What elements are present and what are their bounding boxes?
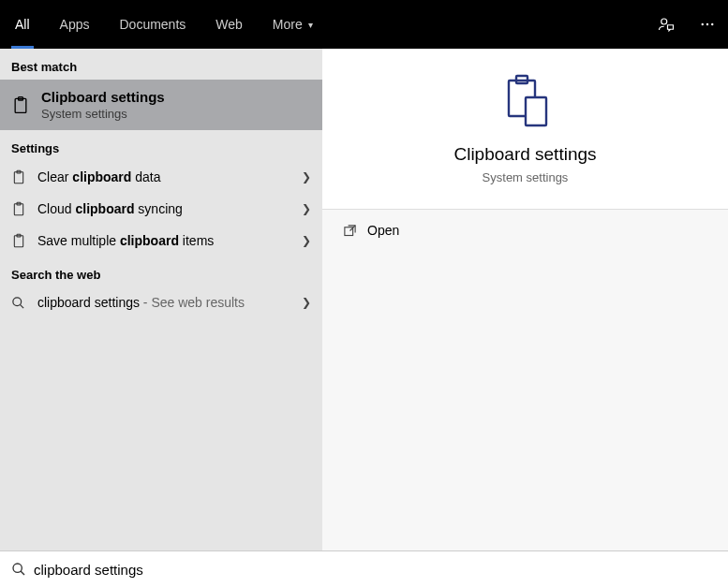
open-action[interactable]: Open [322,210,728,251]
search-topbar: All Apps Documents Web More ▾ [0,0,728,49]
open-icon [343,224,367,238]
section-settings: Settings [0,130,322,161]
svg-line-19 [21,571,24,575]
chevron-right-icon: ❯ [302,170,311,183]
chevron-right-icon: ❯ [302,202,311,215]
results-list: Best match Clipboard settings System set… [0,49,322,550]
tab-documents[interactable]: Documents [104,0,201,49]
clipboard-icon [11,169,26,185]
tab-apps[interactable]: Apps [45,0,105,49]
tab-label: Web [215,17,243,32]
tab-label: Documents [119,17,186,32]
more-options-icon[interactable] [687,0,728,49]
svg-line-13 [20,304,23,308]
search-body: Best match Clipboard settings System set… [0,49,728,550]
preview-pane: Clipboard settings System settings Open [322,49,728,550]
result-best-match[interactable]: Clipboard settings System settings [0,80,322,130]
chevron-down-icon: ▾ [308,20,313,30]
svg-point-1 [702,23,704,25]
result-settings-item[interactable]: Save multiple clipboard items ❯ [0,225,322,257]
result-settings-item[interactable]: Clear clipboard data ❯ [0,161,322,193]
clipboard-icon [11,200,26,217]
tab-label: More [273,17,303,32]
chevron-right-icon: ❯ [302,234,311,247]
tab-more[interactable]: More ▾ [258,0,328,49]
svg-point-3 [711,23,713,25]
result-label: Save multiple clipboard items [37,233,302,248]
search-icon [11,562,34,577]
section-best-match: Best match [0,49,322,80]
result-label: Clear clipboard data [37,169,302,184]
result-label: clipboard settings - See web results [37,295,302,310]
preview-header: Clipboard settings System settings [322,49,728,209]
result-web-item[interactable]: clipboard settings - See web results ❯ [0,287,322,317]
chevron-right-icon: ❯ [302,296,311,309]
svg-rect-16 [526,97,546,125]
tab-label: Apps [60,17,90,32]
preview-title: Clipboard settings [341,144,709,165]
svg-point-0 [661,19,667,24]
tab-label: All [15,17,30,32]
section-web: Search the web [0,257,322,287]
search-bar [0,550,728,587]
preview-subtitle: System settings [341,170,709,184]
svg-point-12 [13,297,22,305]
feedback-icon[interactable] [646,0,687,49]
result-label: Cloud clipboard syncing [37,201,302,216]
filter-tabs: All Apps Documents Web More ▾ [0,0,328,49]
result-settings-item[interactable]: Cloud clipboard syncing ❯ [0,193,322,225]
svg-point-18 [13,564,22,572]
search-input[interactable] [34,562,717,578]
tab-web[interactable]: Web [201,0,258,49]
result-subtitle: System settings [41,107,165,121]
open-label: Open [367,223,399,238]
result-title: Clipboard settings [41,89,165,105]
clipboard-icon [11,95,30,115]
clipboard-large-icon [498,73,554,129]
search-icon [11,296,25,310]
svg-point-2 [706,23,708,25]
clipboard-icon [11,232,26,249]
tab-all[interactable]: All [0,0,45,49]
